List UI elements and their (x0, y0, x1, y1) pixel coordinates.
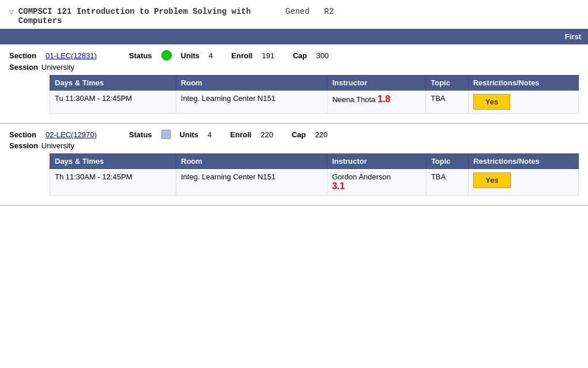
col-restrictions-2: Restrictions/Notes (469, 154, 579, 169)
cell-topic-2: TBA (426, 169, 468, 196)
col-days-times-2: Days & Times (50, 154, 176, 169)
col-room-2: Room (176, 154, 327, 169)
table-row: Th 11:30AM - 12:45PM Integ. Learning Cen… (50, 169, 579, 196)
status-square-icon (161, 130, 171, 139)
session-row-1: Session University (9, 63, 579, 72)
col-instructor-2: Instructor (327, 154, 426, 169)
section-block-1: Section 01-LEC(12831) Status Units 4 Enr… (0, 44, 588, 124)
cap-label-1: Cap (293, 51, 307, 60)
section-table-2: Days & Times Room Instructor Topic Restr… (50, 153, 579, 196)
cap-value-2: 220 (315, 130, 327, 139)
status-label-1: Status (129, 51, 152, 60)
cell-instructor-1: Neena Thota 1.8 (327, 91, 426, 114)
units-label-1: Units (181, 51, 200, 60)
results-bar: First (0, 29, 588, 44)
section-block-2: Section 02-LEC(12970) Status Units 4 Enr… (0, 124, 588, 206)
table-header-row-2: Days & Times Room Instructor Topic Restr… (50, 154, 579, 169)
course-title-line1: COMPSCI 121 Introduction to Problem Solv… (18, 7, 251, 16)
col-instructor-1: Instructor (327, 76, 426, 91)
results-bar-label: First (565, 32, 581, 41)
section-row-1: Section 01-LEC(12831) Status Units 4 Enr… (9, 50, 579, 61)
units-value-1: 4 (209, 51, 213, 60)
session-label-1: Session (9, 63, 38, 72)
cap-value-1: 300 (316, 51, 329, 60)
units-value-2: 4 (208, 130, 212, 139)
col-restrictions-1: Restrictions/Notes (468, 76, 578, 91)
section-link-1[interactable]: 01-LEC(12831) (46, 51, 97, 60)
gened-label: Gened (285, 7, 310, 16)
col-topic-1: Topic (426, 76, 469, 91)
cell-restrictions-1: Yes (468, 91, 578, 114)
session-row-2: Session University (9, 141, 579, 150)
cell-restrictions-2: Yes (469, 169, 579, 196)
section-table-1: Days & Times Room Instructor Topic Restr… (50, 75, 579, 114)
status-green-icon (161, 50, 172, 61)
yes-button-1[interactable]: Yes (473, 94, 510, 110)
instructor-name-1: Neena Thota (332, 95, 375, 104)
col-days-times-1: Days & Times (50, 76, 176, 91)
units-label-2: Units (180, 130, 199, 139)
table-header-row-1: Days & Times Room Instructor Topic Restr… (50, 76, 579, 91)
instructor-rating-2: 3.1 (332, 181, 345, 191)
enroll-label-1: Enroll (231, 51, 252, 60)
session-value-1: University (42, 63, 74, 72)
table-row: Tu 11:30AM - 12:45PM Integ. Learning Cen… (50, 91, 579, 114)
course-header: ▽ COMPSCI 121 Introduction to Problem So… (0, 0, 588, 29)
enroll-value-1: 191 (262, 51, 274, 60)
gened-info: Gened R2 (285, 7, 334, 16)
col-room-1: Room (176, 76, 327, 91)
gened-value: R2 (324, 7, 334, 16)
cap-label-2: Cap (292, 130, 306, 139)
cell-instructor-2: Gordon Anderson 3.1 (327, 169, 426, 196)
course-title-block: ▽ COMPSCI 121 Introduction to Problem So… (9, 7, 251, 25)
instructor-rating-1: 1.8 (378, 94, 390, 104)
status-label-2: Status (129, 130, 152, 139)
yes-button-2[interactable]: Yes (473, 172, 510, 188)
instructor-name-2: Gordon Anderson (332, 172, 391, 181)
section-label-1: Section (9, 51, 36, 60)
section-row-2: Section 02-LEC(12970) Status Units 4 Enr… (9, 130, 579, 139)
session-label-2: Session (9, 141, 38, 150)
course-title-line2: Computers (18, 16, 62, 25)
col-topic-2: Topic (426, 154, 468, 169)
section-label-2: Section (9, 130, 36, 139)
enroll-label-2: Enroll (230, 130, 251, 139)
section-link-2[interactable]: 02-LEC(12970) (46, 130, 97, 139)
cell-topic-1: TBA (426, 91, 469, 114)
expand-arrow-icon[interactable]: ▽ (9, 7, 14, 17)
cell-days-times-2: Th 11:30AM - 12:45PM (50, 169, 176, 196)
cell-room-2: Integ. Learning Center N151 (176, 169, 327, 196)
enroll-value-2: 220 (261, 130, 273, 139)
session-value-2: University (42, 141, 74, 150)
cell-days-times-1: Tu 11:30AM - 12:45PM (50, 91, 176, 114)
cell-room-1: Integ. Learning Center N151 (176, 91, 327, 114)
